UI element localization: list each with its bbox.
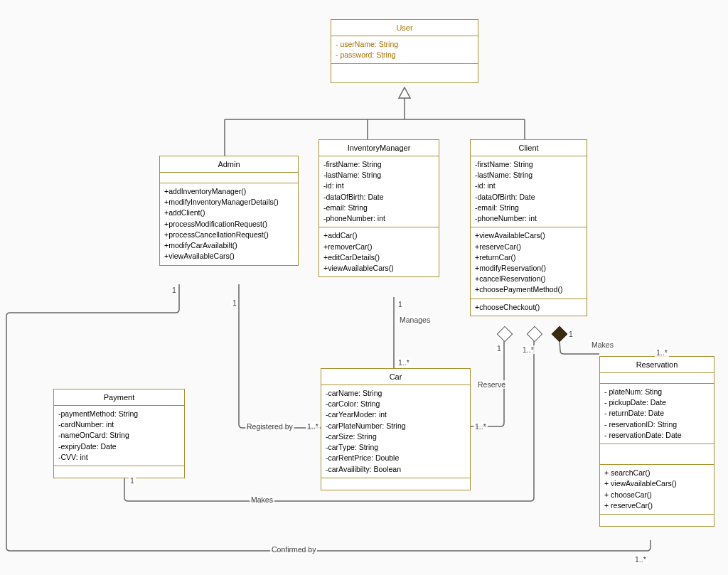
class-reservation-attrs: - plateNum: Sting - pickupDate: Date - r…	[600, 384, 714, 444]
class-reservation-name: Reservation	[600, 357, 714, 373]
mult-client-filled: 1	[567, 330, 574, 338]
class-admin-methods: +addInventoryManager() +modifyInventoryM…	[160, 183, 298, 265]
class-car-name: Car	[321, 369, 470, 385]
class-admin-name: Admin	[160, 156, 298, 173]
class-car-attrs: -carName: String -carColor: String -carY…	[321, 385, 470, 478]
class-invmgr-methods: +addCar() +removerCar() +editCarDetails(…	[319, 227, 439, 276]
mult-car-left: 1..*	[306, 422, 320, 431]
class-payment: Payment -paymentMethod: String -cardNumb…	[53, 389, 185, 478]
class-reservation-methods: + searchCar() + viewAvailableCars() + ch…	[600, 465, 714, 515]
class-client-attrs: -firstName: String -lastName: String -id…	[471, 156, 587, 227]
label-manages: Manages	[398, 316, 432, 324]
class-user: User - userName: String - password: Stri…	[331, 19, 478, 83]
class-client-methods: +viewAvailableCars() +reserveCar() +retu…	[471, 227, 587, 299]
class-payment-attrs: -paymentMethod: String -cardNumber: int …	[54, 406, 184, 466]
composition-diamond-makes	[552, 326, 568, 343]
class-car: Car -carName: String -carColor: String -…	[321, 368, 471, 490]
mult-admin-bl: 1	[171, 286, 178, 294]
label-makes1: Makes	[590, 340, 615, 349]
mult-invmgr-b: 1	[397, 300, 404, 308]
class-client-methods2: +chooseCheckout()	[471, 299, 587, 316]
class-reservation: Reservation - plateNum: Sting - pickupDa…	[599, 356, 714, 527]
class-admin: Admin +addInventoryManager() +modifyInve…	[159, 156, 299, 266]
label-registered-by: Registered by	[245, 422, 294, 431]
label-reserve: Reserve	[476, 380, 507, 389]
aggregation-diamond-hollow2	[527, 326, 543, 343]
class-invmgr-name: InventoryManager	[319, 140, 439, 156]
class-user-empty	[331, 64, 478, 82]
label-confirmed-by: Confirmed by	[270, 545, 317, 554]
class-user-name: User	[331, 20, 478, 36]
mult-res-top: 1..*	[655, 348, 669, 357]
mult-payment-b: 1	[129, 476, 136, 485]
mult-res-bottom: 1..*	[633, 555, 648, 564]
mult-car-top: 1..*	[397, 358, 411, 367]
mult-admin-br: 1	[231, 299, 238, 307]
class-client: Client -firstName: String -lastName: Str…	[470, 139, 587, 316]
mult-client-hollow: 1..*	[521, 345, 535, 354]
class-client-name: Client	[471, 140, 587, 156]
class-payment-name: Payment	[54, 389, 184, 406]
class-user-attrs: - userName: String - password: String	[331, 36, 478, 64]
label-makes2: Makes	[250, 495, 274, 504]
aggregation-diamond-reserve	[497, 326, 513, 343]
class-invmgr-attrs: -firstName: String -lastName: String -id…	[319, 156, 439, 227]
svg-marker-0	[399, 87, 410, 98]
mult-client-bl: 1	[496, 344, 503, 353]
class-inventorymanager: InventoryManager -firstName: String -las…	[318, 139, 439, 277]
mult-car-right: 1..*	[473, 422, 488, 431]
